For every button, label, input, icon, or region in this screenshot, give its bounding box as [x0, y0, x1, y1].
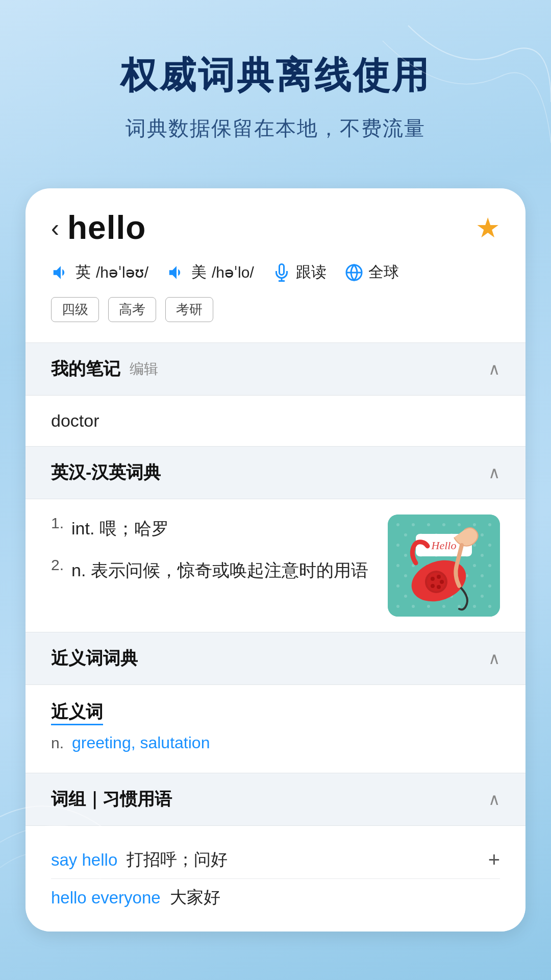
definition-2: 2. n. 表示问候，惊奇或唤起注意时的用语 [51, 556, 372, 584]
svg-point-11 [404, 533, 407, 536]
svg-point-56 [396, 605, 399, 608]
svg-point-4 [396, 523, 399, 526]
en-cn-dict-content: 1. int. 喂；哈罗 2. n. 表示问候，惊奇或唤起注意时的用语 [26, 499, 525, 632]
svg-point-36 [488, 564, 491, 567]
note-text: doctor [51, 411, 99, 430]
svg-point-43 [396, 584, 399, 587]
global-label: 全球 [368, 262, 399, 283]
tag-cet4: 四级 [51, 297, 99, 322]
def-text-2: n. 表示问候，惊奇或唤起注意时的用语 [71, 556, 368, 584]
synonym-row: n. greeting, salutation [51, 733, 500, 752]
phrase-meaning-1: 打招呼；问好 [127, 848, 228, 871]
synonym-dict-chevron-icon: ∧ [488, 649, 500, 668]
phrase-left-2: hello everyone 大家好 [51, 886, 220, 909]
word-header: ‹ hello ★ 英 /həˈləʊ/ 美 /həˈlo/ [26, 188, 525, 342]
svg-point-68 [431, 577, 435, 581]
tag-kaoyan: 考研 [165, 297, 213, 322]
follow-read-label: 跟读 [296, 262, 327, 283]
synonym-label: 近义词 [51, 700, 103, 725]
follow-read-button[interactable]: 跟读 [272, 262, 327, 283]
definition-1: 1. int. 喂；哈罗 [51, 514, 372, 542]
svg-point-59 [442, 605, 445, 608]
def-number-1: 1. [51, 514, 66, 532]
svg-point-7 [442, 523, 445, 526]
notes-title: 我的笔记 [51, 357, 120, 381]
phrase-add-1-icon[interactable]: + [488, 848, 500, 871]
back-button[interactable]: ‹ [51, 214, 59, 242]
american-pronunciation[interactable]: 美 /həˈlo/ [167, 262, 254, 283]
svg-point-55 [481, 595, 484, 598]
synonym-dict-section-header[interactable]: 近义词词典 ∧ [26, 632, 525, 684]
dictionary-card: ‹ hello ★ 英 /həˈləʊ/ 美 /həˈlo/ [26, 188, 525, 932]
en-cn-dict-chevron-icon: ∧ [488, 463, 500, 482]
svg-point-24 [404, 554, 407, 557]
svg-point-30 [396, 564, 399, 567]
us-phonetic: /həˈlo/ [212, 263, 254, 281]
svg-point-37 [404, 574, 407, 577]
svg-point-50 [404, 595, 407, 598]
en-cn-dict-section-header[interactable]: 英汉-汉英词典 ∧ [26, 447, 525, 499]
synonym-pos: n. [51, 734, 64, 752]
uk-phonetic: /həˈləʊ/ [96, 263, 148, 281]
hero-subtitle: 词典数据保留在本地，不费流量 [31, 114, 520, 142]
phrases-content: say hello 打招呼；问好 + hello everyone 大家好 [26, 826, 525, 932]
svg-point-57 [412, 605, 415, 608]
hero-section: 权威词典离线使用 词典数据保留在本地，不费流量 [0, 0, 551, 173]
svg-point-42 [481, 574, 484, 577]
definitions-list: 1. int. 喂；哈罗 2. n. 表示问候，惊奇或唤起注意时的用语 [51, 514, 372, 599]
en-cn-dict-title: 英汉-汉英词典 [51, 461, 161, 484]
notes-section-header[interactable]: 我的笔记 编辑 ∧ [26, 343, 525, 395]
microphone-icon [272, 263, 291, 282]
speaker-us-icon [167, 263, 186, 282]
word-title-row: ‹ hello ★ [51, 209, 500, 247]
phrases-section-header[interactable]: 词组｜习惯用语 ∧ [26, 773, 525, 825]
phrase-item-1: say hello 打招呼；问好 + [51, 841, 500, 878]
svg-point-72 [431, 584, 435, 588]
notes-chevron-icon: ∧ [488, 359, 500, 379]
svg-point-17 [396, 544, 399, 547]
phrase-left-1: say hello 打招呼；问好 [51, 848, 228, 871]
notes-header-left: 我的笔记 编辑 [51, 357, 158, 381]
exam-tags-row: 四级 高考 考研 [51, 297, 500, 322]
phrase-word-1[interactable]: say hello [51, 850, 117, 870]
synonym-words: greeting, salutation [72, 733, 210, 752]
global-pronunciation-button[interactable]: 全球 [345, 262, 399, 283]
uk-label: 英 [76, 262, 91, 283]
svg-point-8 [458, 523, 461, 526]
svg-point-35 [473, 564, 476, 567]
svg-point-69 [437, 575, 441, 579]
svg-point-49 [488, 584, 491, 587]
svg-point-58 [427, 605, 430, 608]
svg-point-62 [488, 605, 491, 608]
phrases-title: 词组｜习惯用语 [51, 788, 172, 811]
phrases-chevron-icon: ∧ [488, 790, 500, 809]
svg-point-16 [481, 533, 484, 536]
speaker-uk-icon [51, 263, 70, 282]
svg-point-29 [481, 554, 484, 557]
bookmark-star-icon[interactable]: ★ [475, 212, 500, 244]
phrase-word-2[interactable]: hello everyone [51, 888, 161, 908]
svg-point-48 [473, 584, 476, 587]
word-back-title: ‹ hello [51, 209, 146, 247]
word-illustration: Hello [388, 514, 500, 617]
tag-gaokao: 高考 [108, 297, 156, 322]
def-number-2: 2. [51, 556, 66, 574]
svg-point-9 [473, 523, 476, 526]
globe-icon [345, 263, 363, 282]
svg-point-61 [473, 605, 476, 608]
svg-text:Hello: Hello [431, 539, 457, 552]
british-pronunciation[interactable]: 英 /həˈləʊ/ [51, 262, 148, 283]
svg-point-10 [488, 523, 491, 526]
def-text-1: int. 喂；哈罗 [71, 514, 169, 542]
svg-point-23 [488, 544, 491, 547]
notes-edit-button[interactable]: 编辑 [130, 359, 158, 379]
svg-point-71 [437, 585, 441, 589]
svg-point-5 [412, 523, 415, 526]
synonym-dict-title: 近义词词典 [51, 647, 138, 670]
svg-point-70 [440, 580, 444, 584]
pronunciation-row: 英 /həˈləʊ/ 美 /həˈlo/ 跟读 [51, 262, 500, 283]
notes-content: doctor [26, 396, 525, 446]
hello-telephone-image: Hello [388, 514, 500, 617]
hero-title: 权威词典离线使用 [31, 51, 520, 100]
synonym-content: 近义词 n. greeting, salutation [26, 685, 525, 773]
